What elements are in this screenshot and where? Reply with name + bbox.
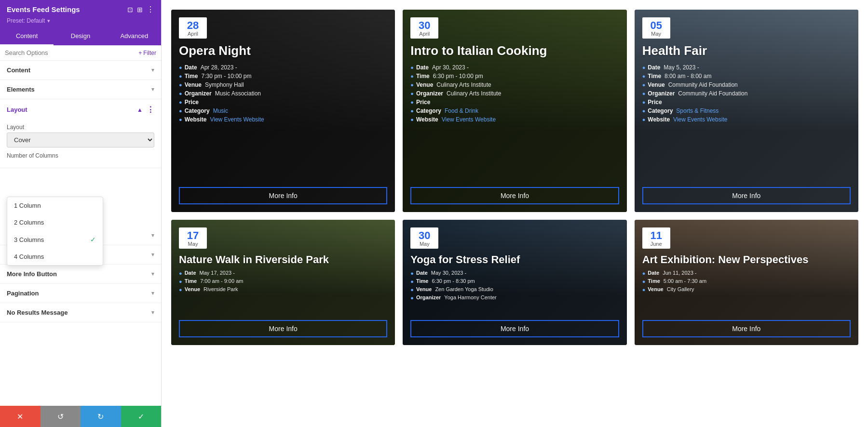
event-detail-row: ●Time 8:00 am - 8:00 am	[642, 73, 851, 80]
detail-label: Venue	[648, 81, 665, 88]
detail-value: City Gallery	[667, 286, 694, 292]
more-info-button[interactable]: More Info	[410, 187, 619, 204]
more-info-button[interactable]: More Info	[410, 320, 619, 337]
section-elements[interactable]: Elements ▾	[0, 80, 161, 99]
layout-select[interactable]: Cover	[7, 133, 154, 147]
detail-icon: ●	[642, 117, 646, 122]
redo-button[interactable]: ↻	[81, 406, 121, 427]
layout-section-header[interactable]: Layout ▲ ⋮	[0, 99, 161, 120]
layout-options-icon[interactable]: ⋮	[147, 105, 154, 114]
more-options-icon[interactable]: ⋮	[147, 5, 154, 14]
detail-icon: ●	[179, 73, 182, 79]
column-3-option[interactable]: 3 Columns ✓	[7, 231, 103, 248]
detail-value: Music Association	[215, 90, 261, 97]
event-detail-row: ●Category Food & Drink	[410, 107, 619, 114]
date-badge: 30May	[410, 227, 438, 249]
event-detail-row: ●Category Sports & Fitness	[642, 107, 851, 114]
event-detail-row: ●Organizer Music Association	[179, 90, 387, 97]
detail-value: Culinary Arts Institute	[447, 90, 501, 97]
cancel-button[interactable]: ✕	[0, 406, 41, 427]
event-detail-row: ●Time 5:00 am - 7:30 am	[642, 278, 851, 284]
section-content[interactable]: Content ▾	[0, 61, 161, 80]
detail-label: Website	[416, 116, 438, 123]
event-detail-row: ●Category Music	[179, 107, 387, 114]
panel-title: Events Feed Settings	[7, 5, 80, 13]
column-1-option[interactable]: 1 Column	[7, 197, 103, 214]
date-badge: 30April	[410, 17, 438, 39]
detail-label: Website	[648, 116, 670, 123]
detail-icon: ●	[642, 82, 646, 88]
detail-icon: ●	[410, 279, 414, 284]
section-elements-label: Elements	[7, 86, 35, 93]
detail-label: Venue	[648, 286, 663, 292]
maximize-icon[interactable]: ⊡	[127, 6, 133, 13]
detail-value: May 30, 2023 -	[431, 270, 466, 276]
event-card: 05MayHealth Fair●Date May 5, 2023 -●Time…	[635, 10, 858, 212]
chevron-down-icon: ▾	[151, 252, 154, 258]
detail-icon: ●	[642, 91, 646, 96]
bottom-toolbar: ✕ ↺ ↻ ✓	[0, 406, 161, 427]
detail-icon: ●	[410, 117, 414, 122]
detail-label: Category	[185, 107, 210, 114]
detail-icon: ●	[410, 73, 414, 79]
detail-icon: ●	[642, 270, 646, 276]
undo-button[interactable]: ↺	[41, 406, 81, 427]
detail-value: Community Aid Foundation	[668, 81, 738, 88]
more-info-button[interactable]: More Info	[642, 187, 851, 204]
columns-label: Number of Columns	[7, 152, 154, 159]
event-detail-row: ●Date May 17, 2023 -	[179, 270, 387, 276]
detail-label: Date	[185, 270, 196, 276]
detail-label: Time	[416, 73, 430, 80]
more-info-button[interactable]: More Info	[179, 320, 387, 337]
detail-value: Yoga Harmony Center	[444, 294, 496, 300]
event-detail-row: ●Website View Events Website	[642, 116, 851, 123]
detail-label: Date	[416, 64, 429, 71]
date-badge: 17May	[179, 227, 207, 249]
event-detail-row: ●Date Jun 11, 2023 -	[642, 270, 851, 276]
more-info-button[interactable]: More Info	[642, 320, 851, 337]
detail-icon: ●	[179, 279, 182, 284]
date-badge: 28April	[179, 17, 207, 39]
chevron-down-icon: ▾	[151, 232, 154, 239]
column-4-option[interactable]: 4 Columns	[7, 248, 103, 265]
detail-icon: ●	[179, 287, 182, 293]
tab-design[interactable]: Design	[54, 27, 107, 45]
event-month: May	[646, 31, 666, 37]
event-detail-row: ●Venue City Gallery	[642, 286, 851, 293]
more-info-button[interactable]: More Info	[179, 187, 387, 204]
detail-icon: ●	[642, 65, 646, 70]
section-no-results[interactable]: No Results Message ▾	[0, 303, 161, 322]
event-month: May	[183, 241, 203, 247]
detail-label: Venue	[185, 81, 202, 88]
panel-tabs: Content Design Advanced	[0, 27, 161, 45]
section-layout-label: Layout	[7, 106, 27, 113]
confirm-button[interactable]: ✓	[121, 406, 162, 427]
event-day: 11	[646, 230, 666, 241]
event-card: 17MayNature Walk in Riverside Park●Date …	[171, 220, 395, 345]
redo-icon: ↻	[97, 412, 104, 421]
event-detail-row: ●Time 7:30 pm - 10:00 pm	[179, 73, 387, 80]
tab-content[interactable]: Content	[0, 27, 54, 45]
filter-button[interactable]: + Filter	[138, 50, 156, 56]
detail-icon: ●	[410, 108, 414, 114]
detail-label: Category	[648, 107, 673, 114]
section-more-info-label: More Info Button	[7, 270, 57, 278]
detail-value: View Events Website	[210, 116, 264, 123]
section-pagination[interactable]: Pagination ▾	[0, 284, 161, 303]
detail-label: Organizer	[416, 294, 441, 300]
event-title: Nature Walk in Riverside Park	[179, 254, 387, 266]
section-more-info-button[interactable]: More Info Button ▾	[0, 265, 161, 284]
preset-label[interactable]: Preset: Default	[7, 17, 45, 24]
detail-value: May 5, 2023 -	[664, 64, 699, 71]
search-input[interactable]	[5, 49, 136, 56]
detail-label: Venue	[416, 286, 432, 292]
column-2-option[interactable]: 2 Columns	[7, 214, 103, 231]
tab-advanced[interactable]: Advanced	[108, 27, 161, 45]
split-icon[interactable]: ⊞	[137, 6, 143, 13]
event-day: 30	[414, 230, 434, 241]
detail-label: Organizer	[185, 90, 212, 97]
detail-icon: ●	[179, 65, 182, 70]
event-details: ●Date Apr 28, 2023 -●Time 7:30 pm - 10:0…	[179, 64, 387, 183]
event-card: 30MayYoga for Stress Relief●Date May 30,…	[403, 220, 626, 345]
chevron-down-icon: ▾	[151, 290, 154, 296]
